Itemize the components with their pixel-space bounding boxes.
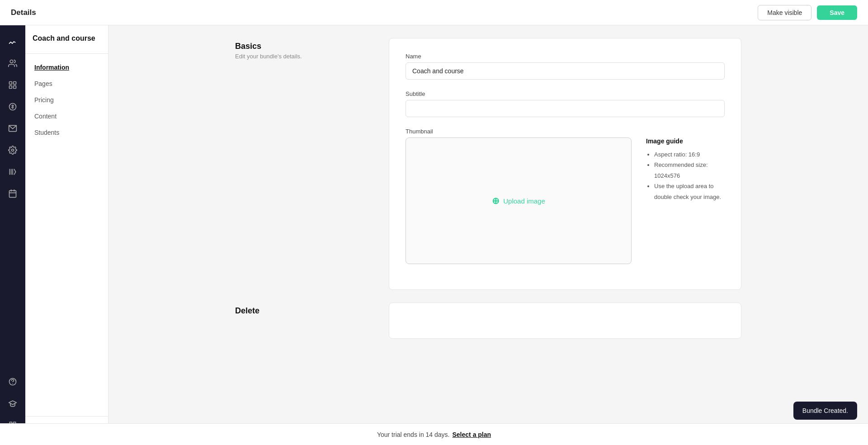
image-guide-item-1: Aspect ratio: 16:9 xyxy=(654,149,725,160)
section-left-delete: Delete xyxy=(235,303,371,339)
left-nav xyxy=(0,25,25,445)
svg-rect-3 xyxy=(9,86,12,89)
layout: Coach and course Information Pages Prici… xyxy=(0,25,868,445)
svg-rect-2 xyxy=(14,82,16,85)
nav-icon-library[interactable] xyxy=(4,163,22,181)
save-button[interactable]: Save xyxy=(817,5,857,20)
delete-section: Delete xyxy=(235,303,741,339)
subtitle-label: Subtitle xyxy=(406,90,725,97)
thumbnail-label: Thumbnail xyxy=(406,128,725,135)
trial-bar: Your trial ends in 14 days. Select a pla… xyxy=(0,423,868,445)
svg-point-10 xyxy=(13,383,13,384)
subtitle-input[interactable] xyxy=(406,100,725,117)
sidebar-item-content[interactable]: Content xyxy=(25,108,108,124)
sidebar-nav: Information Pages Pricing Content Studen… xyxy=(25,54,108,146)
delete-title: Delete xyxy=(235,306,371,316)
nav-icon-users[interactable] xyxy=(4,54,22,72)
svg-point-0 xyxy=(10,60,13,63)
upload-label: ⊕ Upload image xyxy=(492,195,545,206)
name-field: Name xyxy=(406,53,725,80)
sidebar-item-pricing[interactable]: Pricing xyxy=(25,92,108,108)
basics-subtitle: Edit your bundle's details. xyxy=(235,53,371,60)
subtitle-field: Subtitle xyxy=(406,90,725,117)
thumbnail-section: ⊕ Upload image Image guide Aspect ratio:… xyxy=(406,137,725,264)
bundle-created-toast: Bundle Created. xyxy=(793,402,857,420)
basics-section: Basics Edit your bundle's details. Name … xyxy=(235,38,741,290)
name-label: Name xyxy=(406,53,725,60)
section-right-basics: Name Subtitle Thumbnail xyxy=(389,38,741,290)
svg-rect-1 xyxy=(9,82,12,85)
main-inner: Basics Edit your bundle's details. Name … xyxy=(217,25,760,366)
image-guide-item-2: Recommended size: 1024x576 xyxy=(654,160,725,181)
image-guide: Image guide Aspect ratio: 16:9 Recommend… xyxy=(646,137,725,202)
toast-text: Bundle Created. xyxy=(802,407,848,414)
image-guide-title: Image guide xyxy=(646,137,725,145)
nav-icon-dashboard[interactable] xyxy=(4,76,22,94)
sidebar-item-information[interactable]: Information xyxy=(25,59,108,76)
nav-icon-calendar[interactable] xyxy=(4,185,22,203)
main-content: Basics Edit your bundle's details. Name … xyxy=(108,25,868,445)
nav-icon-graduation[interactable] xyxy=(4,394,22,412)
nav-icon-mail[interactable] xyxy=(4,119,22,137)
select-plan-link[interactable]: Select a plan xyxy=(453,431,491,438)
upload-text: Upload image xyxy=(503,197,545,205)
nav-icon-help[interactable] xyxy=(4,373,22,391)
sidebar-item-pages[interactable]: Pages xyxy=(25,76,108,92)
sidebar: Coach and course Information Pages Prici… xyxy=(25,25,108,445)
delete-card xyxy=(389,303,741,339)
nav-icon-trending[interactable] xyxy=(4,33,22,51)
make-visible-button[interactable]: Make visible xyxy=(758,5,811,20)
topbar: Details Make visible Save xyxy=(0,0,868,25)
sidebar-item-students[interactable]: Students xyxy=(25,124,108,141)
topbar-actions: Make visible Save xyxy=(758,5,857,20)
section-left-basics: Basics Edit your bundle's details. xyxy=(235,38,371,290)
image-guide-list: Aspect ratio: 16:9 Recommended size: 102… xyxy=(646,149,725,202)
trial-bar-text: Your trial ends in 14 days. xyxy=(377,431,450,438)
page-title: Details xyxy=(11,8,36,17)
thumbnail-field: Thumbnail ⊕ Upload image Image guide xyxy=(406,128,725,264)
upload-plus-icon: ⊕ xyxy=(492,195,500,206)
nav-icon-dollar[interactable] xyxy=(4,98,22,116)
thumbnail-upload-area[interactable]: ⊕ Upload image xyxy=(406,137,632,264)
section-right-delete xyxy=(389,303,741,339)
svg-point-7 xyxy=(12,149,14,151)
nav-icon-settings[interactable] xyxy=(4,141,22,159)
svg-rect-8 xyxy=(9,190,16,197)
svg-rect-4 xyxy=(14,86,16,89)
name-input[interactable] xyxy=(406,62,725,80)
basics-card: Name Subtitle Thumbnail xyxy=(389,38,741,290)
basics-title: Basics xyxy=(235,42,371,51)
image-guide-item-3: Use the upload area to double check your… xyxy=(654,181,725,202)
sidebar-bundle-name: Coach and course xyxy=(25,25,108,54)
